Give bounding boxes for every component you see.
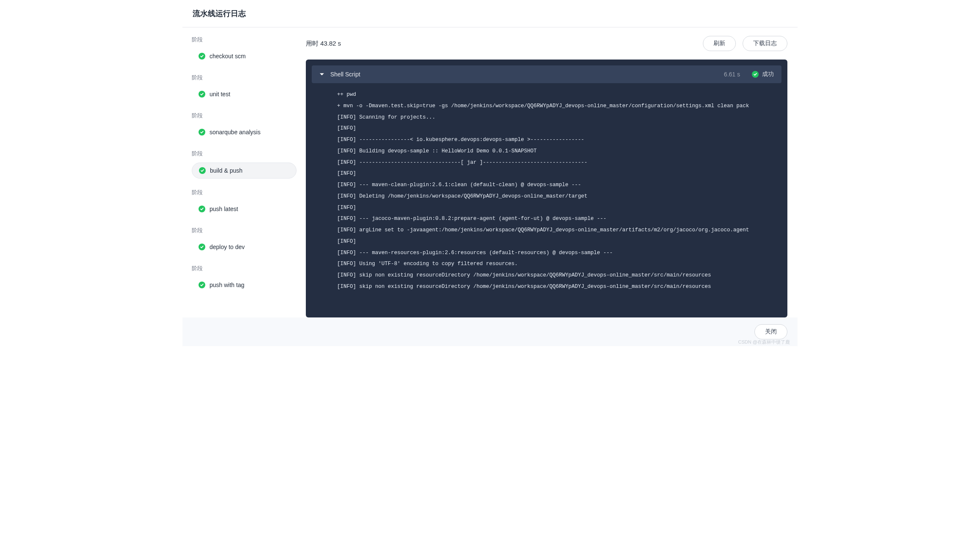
step-name: Shell Script [330,71,718,78]
modal-footer: 关闭 [182,317,798,346]
stages-sidebar: 阶段checkout scm阶段unit test阶段sonarqube ana… [182,27,306,317]
modal-header: 流水线运行日志 [182,0,798,27]
duration-label: 用时 43.82 s [306,40,341,48]
check-icon [199,244,205,250]
stage-section-label: 阶段 [192,227,297,234]
check-icon [199,167,206,174]
step-status: 成功 [752,70,774,78]
stage-item[interactable]: checkout scm [192,49,297,64]
step-duration: 6.61 s [724,71,740,78]
stage-section-label: 阶段 [192,36,297,43]
stage-item[interactable]: push with tag [192,277,297,293]
stage-item[interactable]: push latest [192,201,297,217]
stage-section-label: 阶段 [192,112,297,119]
stage-item[interactable]: unit test [192,87,297,102]
stage-item[interactable]: deploy to dev [192,239,297,255]
stage-section-label: 阶段 [192,265,297,272]
log-panel: Shell Script 6.61 s 成功 ++ pwd + mvn -o -… [306,60,787,317]
check-icon [199,206,205,212]
stage-item-label: checkout scm [210,53,246,60]
step-header[interactable]: Shell Script 6.61 s 成功 [312,65,781,83]
stage-item[interactable]: build & push [192,163,297,179]
download-log-button[interactable]: 下载日志 [743,36,787,51]
main-panel: 用时 43.82 s 刷新 下载日志 Shell Script 6.61 s [306,27,798,317]
stage-section-label: 阶段 [192,74,297,81]
stage-item-label: unit test [210,91,230,98]
stage-item-label: deploy to dev [210,244,245,250]
refresh-button[interactable]: 刷新 [703,36,736,51]
check-icon [199,129,205,136]
page-title: 流水线运行日志 [193,8,787,19]
stage-item[interactable]: sonarqube analysis [192,125,297,140]
check-icon [752,71,759,78]
check-icon [199,53,205,60]
stage-item-label: build & push [210,167,242,174]
step-status-label: 成功 [762,70,774,78]
stage-section-label: 阶段 [192,189,297,196]
stage-item-label: sonarqube analysis [210,129,261,136]
stage-item-label: push latest [210,206,238,212]
stage-item-label: push with tag [210,282,245,288]
check-icon [199,282,205,288]
check-icon [199,91,205,98]
stage-section-label: 阶段 [192,150,297,157]
close-button[interactable]: 关闭 [754,324,787,339]
log-output[interactable]: ++ pwd + mvn -o -Dmaven.test.skip=true -… [312,83,781,312]
caret-down-icon [319,72,324,77]
